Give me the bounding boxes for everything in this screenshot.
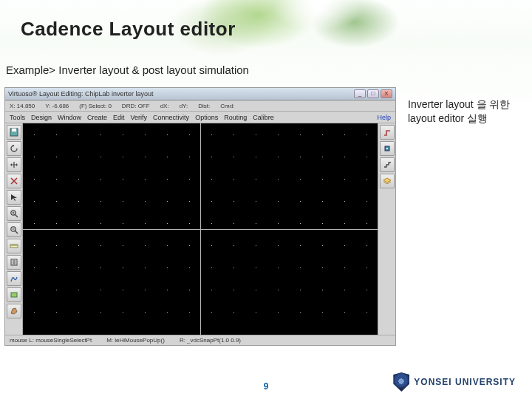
maximize-button[interactable]: □ — [367, 89, 379, 98]
minimize-button[interactable]: _ — [354, 89, 366, 98]
props-icon[interactable] — [7, 255, 21, 270]
grid-dot — [278, 201, 279, 202]
grid-dot — [278, 223, 279, 224]
layer-icon[interactable] — [380, 174, 395, 188]
save-icon[interactable] — [7, 125, 21, 140]
university-logo: YONSEI UNIVERSITY — [393, 372, 516, 392]
zoom-out-icon[interactable] — [7, 222, 21, 237]
grid-dot — [189, 267, 190, 268]
grid-dot — [256, 134, 256, 135]
grid-dot — [123, 134, 123, 135]
grid-dot — [56, 134, 57, 135]
grid-dot — [56, 312, 57, 313]
annotation-line-2: layout editor 실행 — [408, 112, 488, 124]
grid-dot — [167, 201, 168, 202]
grid-dot — [167, 223, 168, 224]
status-y: Y: -6.686 — [45, 103, 69, 109]
layout-canvas[interactable] — [23, 123, 378, 335]
wire-icon[interactable] — [380, 125, 395, 140]
grid-dot — [344, 267, 345, 268]
editor-footer: mouse L: mouseSingleSelectPt M: leHiMous… — [5, 335, 395, 345]
via-icon[interactable] — [380, 141, 395, 156]
grid-dot — [189, 290, 190, 290]
grid-dot — [256, 179, 256, 180]
grid-dot — [233, 245, 234, 246]
grid-dot — [211, 290, 212, 290]
grid-dot — [211, 201, 212, 202]
grid-dot — [189, 179, 190, 180]
grid-dot — [167, 245, 168, 246]
undo-icon[interactable] — [7, 141, 21, 156]
menu-window[interactable]: Window — [58, 114, 81, 121]
grid-dot — [123, 223, 123, 224]
grid-dot — [34, 134, 35, 135]
status-select: (F) Select: 0 — [79, 103, 112, 109]
zoom-in-icon[interactable] — [7, 206, 21, 221]
grid-dot — [278, 290, 279, 290]
grid-dot — [123, 290, 123, 290]
grid-dot — [233, 223, 234, 224]
grid-dot — [56, 179, 57, 180]
grid-dot — [78, 223, 79, 224]
grid-dot — [344, 223, 345, 224]
grid-dot — [34, 223, 35, 224]
menu-routing[interactable]: Routing — [224, 114, 247, 121]
grid-dot — [256, 245, 256, 246]
grid-dot — [189, 134, 190, 135]
menu-options[interactable]: Options — [195, 114, 218, 121]
grid-dot — [78, 267, 79, 268]
grid-dot — [167, 179, 168, 180]
ruler-icon[interactable] — [7, 239, 21, 253]
grid-dot — [145, 179, 146, 180]
university-name: YONSEI UNIVERSITY — [414, 377, 516, 387]
step-icon[interactable] — [380, 157, 395, 172]
menu-connectivity[interactable]: Connectivity — [153, 114, 189, 121]
menu-calibre[interactable]: Calibre — [253, 114, 274, 121]
grid-dot — [56, 245, 57, 246]
grid-dot — [56, 157, 57, 157]
menu-tools[interactable]: Tools — [10, 114, 25, 121]
grid-dot — [100, 223, 101, 224]
stretch-icon[interactable] — [7, 157, 21, 172]
grid-dot — [123, 245, 123, 246]
grid-dot — [56, 223, 57, 224]
grid-dot — [100, 201, 101, 202]
poly-icon[interactable] — [7, 304, 21, 318]
rect-icon[interactable] — [7, 287, 21, 302]
grid-dot — [211, 245, 212, 246]
grid-dot — [145, 223, 146, 224]
window-title-text: Virtuoso® Layout Editing: ChipLab invert… — [8, 90, 354, 98]
grid-dot — [344, 290, 345, 290]
svg-rect-18 — [11, 293, 17, 297]
annotation-line-1: Inverter layout 을 위한 — [408, 98, 511, 110]
status-dist: Dist: — [198, 103, 210, 109]
path-icon[interactable] — [7, 271, 21, 286]
grid-dot — [322, 290, 323, 290]
grid-dot — [123, 267, 123, 268]
menu-help[interactable]: Help — [377, 114, 391, 121]
left-toolbar — [5, 123, 23, 335]
menu-edit[interactable]: Edit — [113, 114, 125, 121]
grid-dot — [145, 157, 146, 157]
status-x: X: 14.850 — [10, 103, 35, 109]
menu-bar: Tools Design Window Create Edit Verify C… — [5, 112, 395, 123]
close-button[interactable]: X — [381, 89, 392, 98]
grid-dot — [167, 134, 168, 135]
grid-dot — [233, 179, 234, 180]
shield-icon — [393, 372, 409, 392]
grid-dot — [167, 157, 168, 157]
menu-create[interactable]: Create — [87, 114, 107, 121]
grid-dot — [256, 312, 256, 313]
grid-dot — [366, 312, 367, 313]
delete-icon[interactable] — [7, 174, 21, 188]
grid-dot — [34, 312, 35, 313]
menu-verify[interactable]: Verify — [131, 114, 148, 121]
select-icon[interactable] — [7, 190, 21, 205]
grid-dot — [344, 179, 345, 180]
window-titlebar[interactable]: Virtuoso® Layout Editing: ChipLab invert… — [5, 88, 395, 100]
grid-dot — [211, 312, 212, 313]
status-drd: DRD: OFF — [122, 103, 150, 109]
status-dx: dX: — [160, 103, 169, 109]
grid-dot — [322, 267, 323, 268]
menu-design[interactable]: Design — [31, 114, 52, 121]
